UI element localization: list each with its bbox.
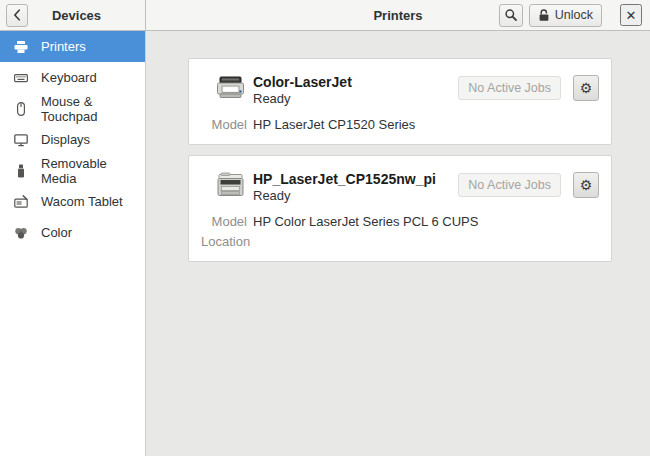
printer-icon [13,39,29,55]
sidebar-item-printers[interactable]: Printers [0,31,145,62]
printer-settings-button[interactable]: ⚙ [573,75,599,101]
no-active-jobs-button: No Active Jobs [458,76,561,100]
titlebar: Devices Printers Unlock ✕ [0,0,650,31]
gear-icon: ⚙ [580,81,593,95]
detail-value: HP LaserJet CP1520 Series [253,115,599,135]
tablet-icon [13,194,29,210]
sidebar-title: Devices [28,8,139,23]
color-icon [13,225,29,241]
sidebar-item-label: Printers [41,39,86,54]
unlock-button-label: Unlock [555,8,593,22]
sidebar-item-displays[interactable]: Displays [0,124,145,155]
sidebar-item-mouse-touchpad[interactable]: Mouse & Touchpad [0,93,145,124]
sidebar-item-label: Mouse & Touchpad [41,94,137,124]
printer-card-color-laserjet: Color-LaserJet Ready No Active Jobs ⚙ Mo… [188,58,612,145]
back-button[interactable] [6,4,28,27]
printer-name: Color-LaserJet [253,74,458,91]
sidebar-item-color[interactable]: Color [0,217,145,248]
mouse-icon [13,101,29,117]
detail-label: Model [201,212,247,232]
sidebar-item-wacom-tablet[interactable]: Wacom Tablet [0,186,145,217]
close-icon: ✕ [626,8,637,23]
sidebar-item-keyboard[interactable]: Keyboard [0,62,145,93]
app-body: Printers Keyboard Mouse & Touchpad Displ… [0,31,650,456]
titlebar-main-section: Printers Unlock ✕ [146,0,650,30]
printer-thumbnail [214,73,247,107]
no-active-jobs-button: No Active Jobs [458,173,561,197]
detail-value [253,232,599,252]
printer-card-hp-laserjet-cp1525nw: HP_LaserJet_CP1525nw_pi Ready No Active … [188,155,612,262]
detail-label: Location [201,232,247,252]
settings-window: Devices Printers Unlock ✕ [0,0,650,456]
sidebar-item-label: Removable Media [41,156,137,186]
printer-status: Ready [253,91,458,107]
search-button[interactable] [499,4,523,27]
printer-settings-button[interactable]: ⚙ [573,172,599,198]
sidebar: Printers Keyboard Mouse & Touchpad Displ… [0,31,146,456]
gear-icon: ⚙ [580,178,593,192]
close-button[interactable]: ✕ [620,4,642,26]
titlebar-actions: Unlock ✕ [499,4,650,27]
display-icon [13,132,29,148]
sidebar-item-label: Wacom Tablet [41,194,123,209]
sidebar-item-label: Color [41,225,72,240]
titlebar-sidebar-section: Devices [0,0,146,30]
sidebar-item-label: Displays [41,132,90,147]
unlock-button[interactable]: Unlock [529,4,602,27]
detail-value: HP Color LaserJet Series PCL 6 CUPS [253,212,599,232]
printer-status: Ready [253,188,458,204]
sidebar-item-label: Keyboard [41,70,97,85]
printer-thumbnail [214,170,247,204]
detail-label: Model [201,115,247,135]
printers-panel: Color-LaserJet Ready No Active Jobs ⚙ Mo… [146,31,650,456]
search-icon [504,8,518,22]
chevron-left-icon [13,9,21,21]
usb-icon [13,163,29,179]
keyboard-icon [13,70,29,86]
unlock-padlock-icon [538,9,550,22]
printer-name: HP_LaserJet_CP1525nw_pi [253,171,458,188]
sidebar-item-removable-media[interactable]: Removable Media [0,155,145,186]
